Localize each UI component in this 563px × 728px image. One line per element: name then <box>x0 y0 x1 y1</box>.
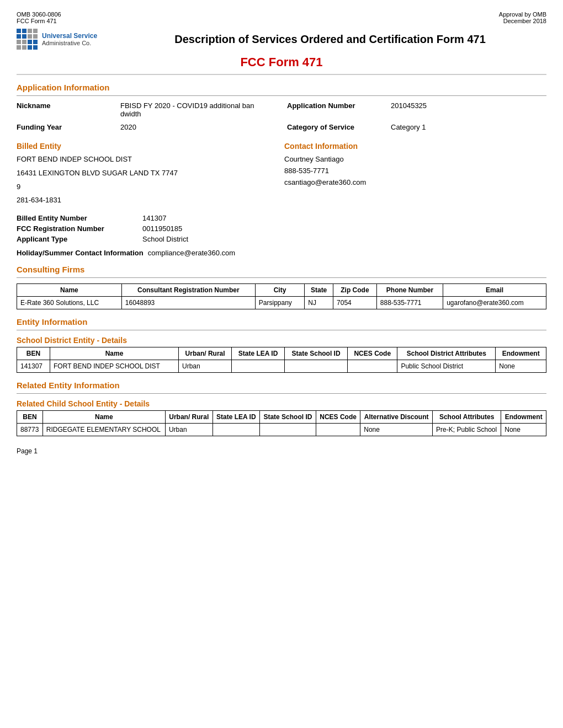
holiday-row: Holiday/Summer Contact Information compl… <box>17 249 546 257</box>
cf-email: ugarofano@erate360.com <box>443 297 546 309</box>
category-value: Category 1 <box>391 123 426 131</box>
usac-text: Universal Service Administrative Co. <box>42 32 97 46</box>
logo-title-area: Universal Service Administrative Co. Des… <box>17 29 546 50</box>
sd-lea <box>232 360 285 373</box>
billed-entity-title: Billed Entity <box>17 142 279 151</box>
related-child-title: Related Child School Entity - Details <box>17 399 546 408</box>
rc-col-name: Name <box>43 411 165 424</box>
entity-divider <box>17 330 546 330</box>
sd-col-urban: Urban/ Rural <box>179 347 232 360</box>
rc-col-urban: Urban/ Rural <box>165 411 213 424</box>
billed-entity-fields: Billed Entity Number 141307 FCC Registra… <box>17 214 546 243</box>
contact-title: Contact Information <box>284 142 546 151</box>
school-district-table: BEN Name Urban/ Rural State LEA ID State… <box>17 347 546 373</box>
sd-col-endowment: Endowment <box>496 347 546 360</box>
school-district-entity-title: School District Entity - Details <box>17 336 546 345</box>
col-reg: Consultant Registration Number <box>121 284 255 297</box>
sd-ben: 141307 <box>17 360 50 373</box>
consulting-firms-title: Consulting Firms <box>17 265 546 274</box>
funding-year-value: 2020 <box>120 123 136 131</box>
consulting-firms-table: Name Consultant Registration Number City… <box>17 283 546 309</box>
rc-col-school: State School ID <box>259 411 316 424</box>
header-right: Approval by OMB December 2018 <box>499 11 546 24</box>
main-title: Description of Services Ordered and Cert… <box>114 33 546 46</box>
fcc-reg-value: 0011950185 <box>142 224 182 233</box>
sd-attributes: Public School District <box>397 360 496 373</box>
consulting-header-row: Name Consultant Registration Number City… <box>17 284 546 297</box>
sd-col-name: Name <box>50 347 179 360</box>
sd-name: FORT BEND INDEP SCHOOL DIST <box>50 360 179 373</box>
app-number-row: Application Number 201045325 <box>287 101 546 118</box>
category-label: Category of Service <box>287 123 386 131</box>
rc-name: RIDGEGATE ELEMENTARY SCHOOL <box>43 424 165 436</box>
billed-entity-address1: 16431 LEXINGTON BLVD SUGAR LAND TX 7747 <box>17 168 279 179</box>
related-child-table: BEN Name Urban/ Rural State LEA ID State… <box>17 410 546 436</box>
form-title: FCC Form 471 <box>17 55 546 75</box>
rc-col-attrs: School Attributes <box>433 411 501 424</box>
fcc-reg-label: FCC Registration Number <box>17 224 138 233</box>
usac-logo: Universal Service Administrative Co. <box>17 29 97 50</box>
sd-nces <box>348 360 397 373</box>
billed-entity-section: Billed Entity FORT BEND INDEP SCHOOL DIS… <box>17 142 279 208</box>
rc-attrs: Pre-K; Public School <box>433 424 501 436</box>
col-name: Name <box>17 284 122 297</box>
app-divider <box>17 95 546 96</box>
billed-entity-phone: 281-634-1831 <box>17 195 279 206</box>
app-number-value: 201045325 <box>391 101 427 118</box>
nickname-row: Nickname FBISD FY 2020 - COVID19 additio… <box>17 101 276 118</box>
consulting-divider <box>17 277 546 278</box>
ben-label: Billed Entity Number <box>17 214 138 222</box>
col-state: State <box>305 284 333 297</box>
contact-email: csantiago@erate360.com <box>284 177 546 189</box>
page-number: Page 1 <box>17 447 546 455</box>
nickname-label: Nickname <box>17 101 116 118</box>
col-city: City <box>255 284 304 297</box>
billed-contact-row: Billed Entity FORT BEND INDEP SCHOOL DIS… <box>17 142 546 208</box>
ben-row: Billed Entity Number 141307 <box>17 214 546 222</box>
omb-number: OMB 3060-0806 <box>17 11 61 18</box>
app-number-label: Application Number <box>287 101 386 118</box>
category-row: Category of Service Category 1 <box>287 123 546 131</box>
cf-reg: 16048893 <box>121 297 255 309</box>
approval-label: Approval by OMB <box>499 11 546 18</box>
rc-endowment: None <box>501 424 546 436</box>
applicant-type-label: Applicant Type <box>17 235 138 243</box>
consulting-row: E-Rate 360 Solutions, LLC 16048893 Parsi… <box>17 297 546 309</box>
rc-school <box>259 424 316 436</box>
sd-col-attributes: School District Attributes <box>397 347 496 360</box>
cf-state: NJ <box>305 297 333 309</box>
school-district-row: 141307 FORT BEND INDEP SCHOOL DIST Urban… <box>17 360 546 373</box>
holiday-label: Holiday/Summer Contact Information <box>17 249 144 257</box>
col-phone: Phone Number <box>376 284 443 297</box>
related-divider <box>17 393 546 394</box>
cf-city: Parsippany <box>255 297 304 309</box>
header-top: OMB 3060-0806 FCC Form 471 Approval by O… <box>17 11 546 24</box>
logo-squares-graphic <box>17 29 38 50</box>
contact-name: Courtney Santiago <box>284 154 546 165</box>
sd-col-nces: NCES Code <box>348 347 397 360</box>
header-left: OMB 3060-0806 FCC Form 471 <box>17 11 61 24</box>
sd-col-school: State School ID <box>284 347 347 360</box>
school-district-header: BEN Name Urban/ Rural State LEA ID State… <box>17 347 546 360</box>
billed-entity-name: FORT BEND INDEP SCHOOL DIST <box>17 154 279 165</box>
applicant-type-value: School District <box>142 235 188 243</box>
col-email: Email <box>443 284 546 297</box>
col-zip: Zip Code <box>333 284 377 297</box>
fcc-reg-row: FCC Registration Number 0011950185 <box>17 224 546 233</box>
funding-year-label: Funding Year <box>17 123 116 131</box>
rc-urban: Urban <box>165 424 213 436</box>
sd-col-ben: BEN <box>17 347 50 360</box>
sd-school <box>284 360 347 373</box>
entity-information-title: Entity Information <box>17 317 546 326</box>
cf-zip: 7054 <box>333 297 377 309</box>
rc-col-alt: Alternative Discount <box>360 411 433 424</box>
application-information-title: Application Information <box>17 83 546 92</box>
rc-nces <box>316 424 360 436</box>
cf-name: E-Rate 360 Solutions, LLC <box>17 297 122 309</box>
ben-value: 141307 <box>142 214 166 222</box>
sd-endowment: None <box>496 360 546 373</box>
sd-urban: Urban <box>179 360 232 373</box>
contact-phone: 888-535-7771 <box>284 165 546 177</box>
billed-entity-address2: 9 <box>17 181 279 193</box>
usac-line2: Administrative Co. <box>42 40 97 46</box>
